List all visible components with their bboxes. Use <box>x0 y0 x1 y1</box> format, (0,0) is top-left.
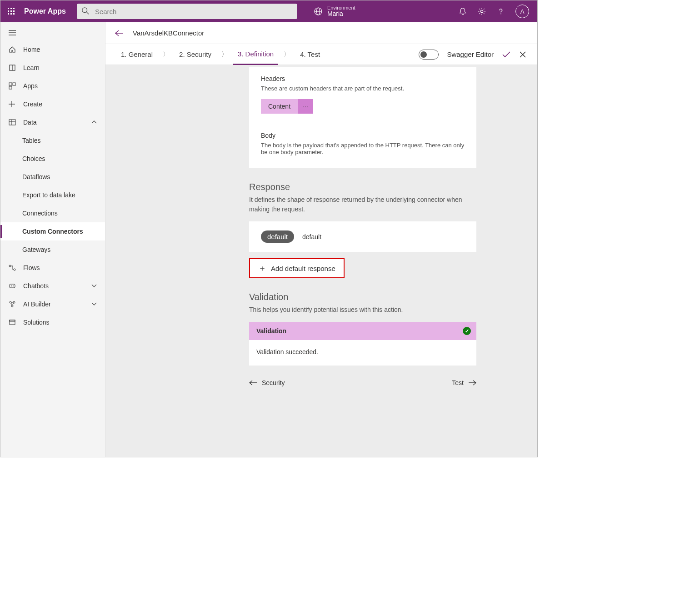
tab-security[interactable]: 2. Security <box>175 44 216 65</box>
svg-rect-23 <box>9 86 12 89</box>
flows-icon <box>9 264 17 271</box>
nav-data-gateways[interactable]: Gateways <box>0 240 105 259</box>
svg-rect-31 <box>10 284 15 288</box>
nav-data-choices[interactable]: Choices <box>0 150 105 168</box>
nav-create[interactable]: Create <box>0 95 105 113</box>
app-launcher-icon[interactable] <box>0 0 22 22</box>
page-header: VanArsdelKBConnector <box>105 22 537 44</box>
svg-rect-0 <box>8 8 9 9</box>
prev-step-link[interactable]: Security <box>249 379 285 386</box>
nav-solutions[interactable]: Solutions <box>0 313 105 331</box>
brand-title[interactable]: Power Apps <box>22 7 71 15</box>
chatbots-icon <box>9 282 17 290</box>
swagger-toggle[interactable] <box>419 50 439 60</box>
tab-test[interactable]: 4. Test <box>295 44 325 65</box>
nav-label: Create <box>23 100 42 108</box>
side-nav: Home Learn Apps Create Data Tables Choic… <box>0 22 105 457</box>
body: Home Learn Apps Create Data Tables Choic… <box>0 22 537 457</box>
help-icon[interactable] <box>496 7 505 16</box>
arrow-left-icon <box>249 380 257 386</box>
add-default-response-button[interactable]: ＋ Add default response <box>249 258 345 278</box>
account-avatar[interactable]: A <box>515 5 529 18</box>
nav-label: Apps <box>23 82 38 90</box>
nav-sub-label: Gateways <box>22 246 50 253</box>
wizard-footer-nav: Security Test <box>249 379 476 386</box>
header-chip-more-button[interactable]: ··· <box>298 99 313 114</box>
nav-label: AI Builder <box>23 301 51 308</box>
nav-home[interactable]: Home <box>0 40 105 59</box>
svg-rect-4 <box>10 10 12 12</box>
nav-data-dataflows[interactable]: Dataflows <box>0 168 105 186</box>
svg-rect-21 <box>9 83 12 85</box>
svg-point-33 <box>13 285 14 286</box>
nav-data[interactable]: Data <box>0 113 105 131</box>
chevron-down-icon <box>91 302 97 306</box>
nav-sub-label: Connections <box>22 210 58 217</box>
nav-ai-builder[interactable]: AI Builder <box>0 295 105 313</box>
back-button[interactable] <box>105 30 133 36</box>
add-default-response-label: Add default response <box>271 265 335 272</box>
nav-sub-label: Choices <box>22 155 45 162</box>
nav-chatbots[interactable]: Chatbots <box>0 277 105 295</box>
svg-rect-22 <box>13 83 15 85</box>
nav-sub-label: Custom Connectors <box>22 228 83 235</box>
headers-desc: These are custom headers that are part o… <box>261 85 465 92</box>
close-button[interactable] <box>519 51 526 58</box>
nav-apps[interactable]: Apps <box>0 77 105 95</box>
environment-picker[interactable]: Environment Maria <box>314 5 355 17</box>
nav-label: Data <box>23 119 37 126</box>
next-step-link[interactable]: Test <box>452 379 476 386</box>
header-chip: Content ··· <box>261 99 313 114</box>
tab-definition[interactable]: 3. Definition <box>233 44 278 65</box>
app-window: Power Apps Environment Maria <box>0 0 538 457</box>
environment-name: Maria <box>327 10 355 17</box>
search-input[interactable] <box>77 4 297 19</box>
nav-flows[interactable]: Flows <box>0 259 105 277</box>
top-actions: A <box>458 5 537 18</box>
validation-title: Validation <box>249 292 476 302</box>
chevron-right-icon: 〉 <box>162 50 170 59</box>
tab-general[interactable]: 1. General <box>116 44 157 65</box>
response-label: default <box>302 233 321 240</box>
response-row[interactable]: default default <box>261 230 465 243</box>
nav-collapse-button[interactable] <box>0 25 105 40</box>
ai-icon <box>9 301 17 308</box>
nav-data-custom-connectors[interactable]: Custom Connectors <box>0 222 105 240</box>
chevron-right-icon: 〉 <box>220 50 229 59</box>
nav-data-export[interactable]: Export to data lake <box>0 186 105 204</box>
nav-data-tables[interactable]: Tables <box>0 131 105 150</box>
nav-label: Learn <box>23 64 40 71</box>
content-scroll[interactable]: Headers These are custom headers that ar… <box>105 65 537 457</box>
headers-title: Headers <box>261 75 465 82</box>
response-title: Response <box>249 182 476 192</box>
response-card: default default <box>249 221 476 252</box>
confirm-button[interactable] <box>502 51 511 58</box>
nav-learn[interactable]: Learn <box>0 59 105 77</box>
svg-rect-38 <box>10 320 15 321</box>
plus-icon <box>9 101 17 107</box>
header-chip-label[interactable]: Content <box>261 99 298 114</box>
response-desc: It defines the shape of response returne… <box>249 195 476 214</box>
notifications-icon[interactable] <box>458 7 467 16</box>
chevron-up-icon <box>91 120 97 124</box>
environment-text: Environment Maria <box>327 5 355 17</box>
plus-icon: ＋ <box>258 263 266 274</box>
svg-rect-37 <box>10 320 15 325</box>
chevron-down-icon <box>91 284 97 288</box>
body-desc: The body is the payload that's appended … <box>261 142 465 155</box>
svg-rect-8 <box>13 13 15 15</box>
svg-rect-5 <box>13 10 15 12</box>
hamburger-icon <box>9 30 17 35</box>
nav-data-connections[interactable]: Connections <box>0 204 105 222</box>
wizard-tabs: 1. General 〉 2. Security 〉 3. Definition… <box>105 44 537 65</box>
svg-rect-1 <box>10 8 12 9</box>
next-step-label: Test <box>452 379 464 386</box>
top-bar: Power Apps Environment Maria <box>0 0 537 22</box>
solutions-icon <box>9 319 17 326</box>
settings-icon[interactable] <box>477 7 486 16</box>
request-card: Headers These are custom headers that ar… <box>249 67 476 168</box>
validation-body: Validation succeeded. <box>249 340 476 366</box>
book-icon <box>9 64 17 71</box>
data-icon <box>9 119 17 126</box>
page-title: VanArsdelKBConnector <box>133 29 204 37</box>
